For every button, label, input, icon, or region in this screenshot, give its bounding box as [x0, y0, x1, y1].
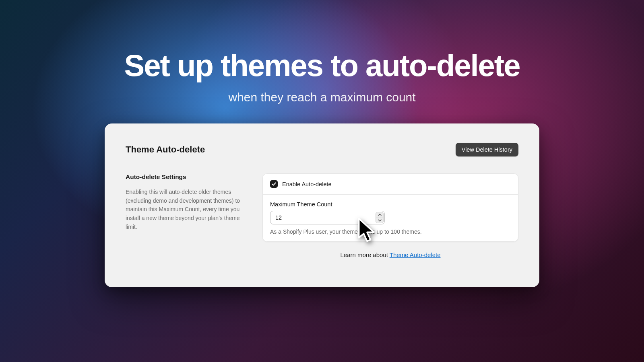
enable-auto-delete-checkbox[interactable] [270, 180, 278, 188]
card-title: Theme Auto-delete [126, 144, 205, 155]
learn-more-row: Learn more about Theme Auto-delete [262, 251, 518, 258]
learn-more-prefix: Learn more about [340, 251, 389, 258]
learn-more-link[interactable]: Theme Auto-delete [390, 251, 441, 258]
settings-description-column: Auto-delete Settings Enabling this will … [126, 173, 246, 258]
view-delete-history-button[interactable]: View Delete History [456, 143, 518, 156]
hero-title: Set up themes to auto-delete [0, 50, 644, 81]
enable-row: Enable Auto-delete [263, 174, 518, 195]
max-count-help-text: As a Shopify Plus user, your theme limit… [270, 228, 511, 235]
checkmark-icon [271, 181, 277, 187]
chevron-up-icon [378, 214, 382, 216]
card-body: Auto-delete Settings Enabling this will … [126, 173, 518, 258]
settings-panel: Enable Auto-delete Maximum Theme Count [262, 173, 518, 242]
max-count-input[interactable] [270, 211, 385, 224]
stepper-down-button[interactable] [376, 218, 383, 223]
settings-card: Theme Auto-delete View Delete History Au… [105, 123, 539, 287]
stepper-controls [376, 212, 384, 223]
enable-checkbox-row: Enable Auto-delete [270, 180, 511, 188]
max-count-label: Maximum Theme Count [270, 201, 511, 208]
chevron-down-icon [378, 219, 382, 222]
enable-auto-delete-label: Enable Auto-delete [282, 181, 332, 187]
settings-section-title: Auto-delete Settings [126, 173, 246, 181]
stepper-up-button[interactable] [376, 212, 383, 218]
hero-subtitle: when they reach a maximum count [0, 90, 644, 104]
hero-section: Set up themes to auto-delete when they r… [0, 0, 644, 104]
max-count-row: Maximum Theme Count As a Shopify Pl [263, 195, 518, 241]
settings-section-description: Enabling this will auto-delete older the… [126, 188, 246, 231]
settings-form-column: Enable Auto-delete Maximum Theme Count [262, 173, 518, 258]
card-header: Theme Auto-delete View Delete History [126, 143, 518, 156]
max-count-stepper [270, 211, 385, 224]
